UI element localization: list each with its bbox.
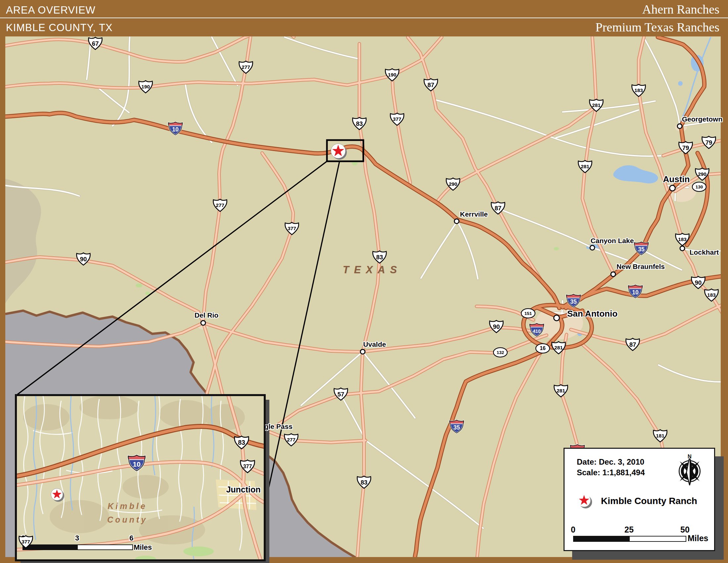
inset-ranch-location-star-icon bbox=[49, 487, 65, 504]
svg-text:190: 190 bbox=[388, 72, 396, 77]
city-label-canyon-lake: Canyon Lake bbox=[591, 237, 634, 245]
svg-text:90: 90 bbox=[80, 256, 87, 262]
svg-text:10: 10 bbox=[632, 289, 638, 296]
highway-shield-190: 190 bbox=[384, 68, 400, 83]
highway-shield-90: 90 bbox=[75, 252, 91, 267]
city-dot-san-antonio bbox=[553, 315, 560, 321]
ranch-star-icon bbox=[575, 491, 594, 512]
highway-shield-35: 35 bbox=[566, 294, 581, 309]
highway-shield-183: 183 bbox=[631, 83, 647, 99]
page-subtitle: KIMBLE COUNTY, TX bbox=[6, 22, 113, 34]
city-dot-austin bbox=[669, 185, 676, 191]
highway-shield-277: 277 bbox=[238, 60, 254, 76]
city-dot-del-rio bbox=[201, 320, 206, 326]
highway-shield-277: 277 bbox=[212, 198, 228, 214]
highway-shield-181: 181 bbox=[652, 429, 668, 445]
svg-text:377: 377 bbox=[288, 225, 296, 231]
highway-shield-87: 87 bbox=[490, 201, 506, 216]
svg-text:281: 281 bbox=[581, 164, 589, 169]
svg-text:10: 10 bbox=[172, 126, 178, 133]
highway-shield-83: 83 bbox=[233, 435, 250, 451]
highway-shield-277: 277 bbox=[283, 433, 299, 448]
svg-text:290: 290 bbox=[449, 181, 457, 187]
highway-shield-281: 281 bbox=[551, 341, 567, 356]
legend-scale-unit: Miles bbox=[688, 534, 708, 543]
city-label-junction: Junction bbox=[213, 485, 274, 494]
svg-text:190: 190 bbox=[141, 84, 150, 89]
svg-text:57: 57 bbox=[338, 391, 344, 398]
svg-text:79: 79 bbox=[705, 139, 712, 146]
city-label-eagle-pass: Eagle Pass bbox=[265, 423, 313, 434]
svg-text:87: 87 bbox=[428, 81, 434, 88]
city-dot-kerrville bbox=[454, 218, 460, 224]
highway-shield-10: 10 bbox=[627, 284, 643, 300]
svg-text:79: 79 bbox=[682, 144, 689, 151]
legend-scale-tick-2: 50 bbox=[680, 525, 690, 535]
highway-shield-90: 90 bbox=[488, 319, 504, 335]
legend-scale-tick-0: 0 bbox=[571, 525, 575, 535]
highway-shield-10: 10 bbox=[127, 454, 146, 473]
svg-text:10: 10 bbox=[133, 460, 140, 468]
brand-tagline: Premium Texas Ranches bbox=[596, 20, 719, 34]
ranch-location-star-icon bbox=[329, 142, 347, 162]
north-letter: N bbox=[688, 454, 692, 459]
city-label-kerrville: Kerrville bbox=[460, 210, 488, 218]
page-title: AREA OVERVIEW bbox=[6, 4, 96, 16]
highway-shield-57: 57 bbox=[333, 387, 349, 403]
city-label-del-rio: Del Rio bbox=[195, 311, 218, 319]
city-dot-uvalde bbox=[360, 349, 366, 355]
svg-text:87: 87 bbox=[629, 341, 636, 348]
highway-shield-290: 290 bbox=[445, 177, 461, 193]
highway-shield-281: 281 bbox=[577, 159, 593, 175]
svg-text:290: 290 bbox=[698, 171, 706, 177]
svg-text:181: 181 bbox=[656, 433, 664, 439]
svg-text:410: 410 bbox=[533, 329, 541, 334]
svg-text:90: 90 bbox=[493, 323, 500, 330]
svg-text:83: 83 bbox=[238, 439, 245, 446]
state-label: TEXAS bbox=[326, 264, 419, 276]
legend-scale-bar bbox=[573, 536, 686, 542]
highway-shield-377: 377 bbox=[284, 221, 300, 237]
svg-text:16: 16 bbox=[540, 346, 546, 351]
legend-scale-tick-1: 25 bbox=[624, 525, 634, 535]
header-divider bbox=[0, 18, 728, 18]
highway-shield-130: 130 bbox=[692, 181, 707, 193]
legend-marker-label: Kimble County Ranch bbox=[601, 496, 697, 506]
highway-shield-79: 79 bbox=[678, 140, 694, 156]
svg-text:35: 35 bbox=[638, 246, 645, 253]
legend-scale: Scale: 1:1,881,494 bbox=[577, 468, 645, 477]
highway-shield-67: 67 bbox=[87, 36, 103, 52]
svg-text:35: 35 bbox=[570, 299, 577, 305]
city-label-san-antonio: San Antonio bbox=[567, 309, 617, 319]
highway-shield-35: 35 bbox=[633, 241, 649, 257]
header: AREA OVERVIEW KIMBLE COUNTY, TX Ahern Ra… bbox=[0, 0, 728, 36]
svg-text:277: 277 bbox=[242, 64, 250, 70]
highway-shield-377: 377 bbox=[18, 535, 34, 550]
svg-text:281: 281 bbox=[557, 388, 565, 394]
city-dot-canyon-lake bbox=[590, 245, 595, 251]
city-label-new-braunfels: New Braunfels bbox=[616, 262, 665, 270]
svg-text:90: 90 bbox=[695, 279, 702, 286]
brand-name: Ahern Ranches bbox=[642, 2, 719, 17]
highway-shield-151: 151 bbox=[521, 308, 536, 320]
svg-text:132: 132 bbox=[497, 350, 504, 355]
svg-text:183: 183 bbox=[707, 292, 715, 298]
svg-text:83: 83 bbox=[356, 120, 363, 127]
legend: Date: Dec. 3, 2010 Scale: 1:1,881,494 N bbox=[564, 448, 715, 551]
highway-shield-290: 290 bbox=[694, 167, 710, 183]
svg-text:377: 377 bbox=[393, 116, 401, 122]
svg-text:281: 281 bbox=[592, 102, 601, 108]
highway-shield-132: 132 bbox=[493, 347, 508, 359]
highway-shield-183: 183 bbox=[674, 232, 690, 248]
svg-text:83: 83 bbox=[361, 479, 368, 486]
city-label-uvalde: Uvalde bbox=[363, 341, 386, 349]
city-dot-new-braunfels bbox=[611, 271, 616, 277]
highway-shield-83: 83 bbox=[351, 116, 367, 132]
highway-shield-87: 87 bbox=[625, 337, 641, 353]
svg-text:183: 183 bbox=[678, 236, 686, 242]
highway-shield-35: 35 bbox=[449, 419, 465, 435]
svg-text:87: 87 bbox=[495, 205, 502, 211]
inset-scale-bar bbox=[23, 544, 133, 550]
svg-text:277: 277 bbox=[287, 437, 295, 443]
svg-text:130: 130 bbox=[696, 184, 703, 189]
